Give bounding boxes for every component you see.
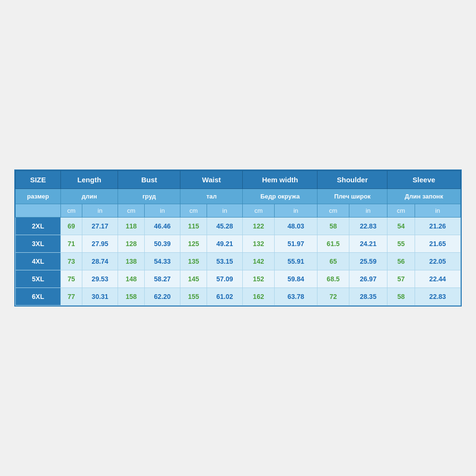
table-row: 6XL7730.3115862.2015561.0216263.787228.3… xyxy=(16,288,461,306)
header-row-english: SIZE Length Bust Waist Hem width Shoulde… xyxy=(16,171,461,189)
unit-bust-cm: cm xyxy=(118,204,144,218)
header-ru-length: длин xyxy=(60,189,118,204)
header-row-russian: размер длин груд тал Бедр окружа Плеч ши… xyxy=(16,189,461,204)
header-bust: Bust xyxy=(118,171,180,189)
header-row-units: cm in cm in cm in cm in cm in cm in xyxy=(16,204,461,218)
header-ru-hem: Бедр окружа xyxy=(243,189,317,204)
unit-bust-in: in xyxy=(144,204,180,218)
header-size: SIZE xyxy=(16,171,61,189)
unit-length-cm: cm xyxy=(60,204,82,218)
size-chart-wrapper: SIZE Length Bust Waist Hem width Shoulde… xyxy=(14,169,462,307)
unit-sleeve-cm: cm xyxy=(387,204,415,218)
table-row: 4XL7328.7413854.3313553.1514255.916525.5… xyxy=(16,253,461,270)
header-ru-bust: груд xyxy=(118,189,180,204)
header-ru-waist: тал xyxy=(180,189,243,204)
unit-waist-cm: cm xyxy=(180,204,207,218)
header-ru-size: размер xyxy=(16,189,61,204)
unit-empty xyxy=(16,204,61,218)
header-shoulder: Shoulder xyxy=(317,171,387,189)
unit-length-in: in xyxy=(82,204,118,218)
header-ru-sleeve: Длин запонк xyxy=(387,189,461,204)
header-length: Length xyxy=(60,171,118,189)
header-waist: Waist xyxy=(180,171,243,189)
unit-sleeve-in: in xyxy=(415,204,460,218)
table-row: 2XL6927.1711846.4611545.2812248.035822.8… xyxy=(16,218,461,235)
unit-shoulder-in: in xyxy=(349,204,387,218)
header-sleeve: Sleeve xyxy=(387,171,461,189)
unit-hem-cm: cm xyxy=(243,204,274,218)
unit-shoulder-cm: cm xyxy=(317,204,349,218)
header-hem: Hem width xyxy=(243,171,317,189)
table-row: 3XL7127.9512850.3912549.2113251.9761.524… xyxy=(16,235,461,253)
size-chart-table: SIZE Length Bust Waist Hem width Shoulde… xyxy=(15,170,461,306)
table-row: 5XL7529.5314858.2714557.0915259.8468.526… xyxy=(16,270,461,288)
header-ru-shoulder: Плеч широк xyxy=(317,189,387,204)
unit-waist-in: in xyxy=(207,204,243,218)
unit-hem-in: in xyxy=(274,204,317,218)
